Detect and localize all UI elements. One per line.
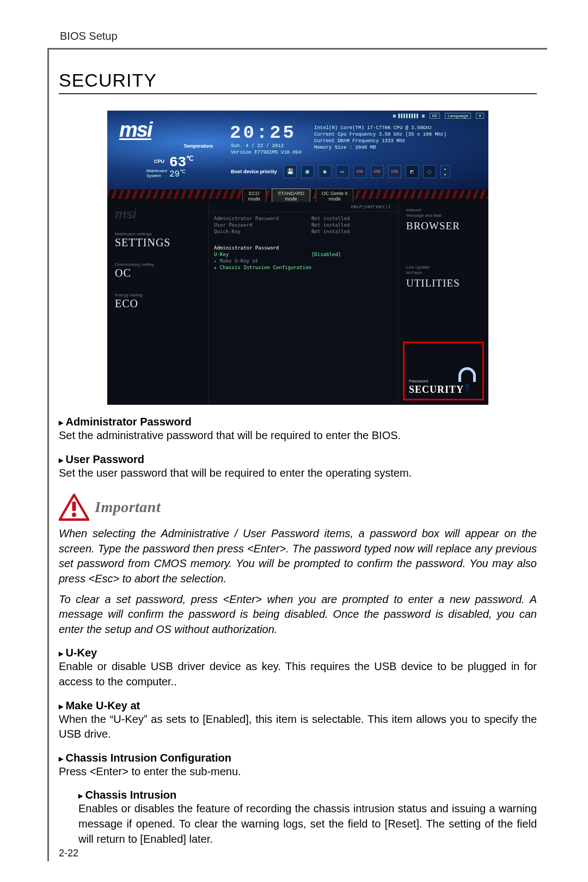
nav-oc-label: OC [115, 267, 200, 279]
item-text: Press <Enter> to enter the sub-menu. [59, 764, 537, 780]
nav-utilities[interactable]: UTILITIES [399, 276, 488, 295]
item-heading: Chassis Intrusion [78, 789, 537, 801]
boot-device-usb3-icon[interactable]: USB [388, 165, 401, 178]
item-heading: Administrator Password [59, 416, 537, 428]
nav-eco[interactable]: Energy saving ECO [107, 283, 208, 313]
item-heading: U-Key [59, 647, 537, 659]
cpu-label: CPU [154, 159, 164, 164]
boot-device-hdd-icon[interactable]: ▣ [301, 165, 314, 178]
status-row: User PasswordNot installed [214, 222, 393, 228]
boot-priority: Boot device priority 💾 ▣ ◉ ▭ USB USB USB… [231, 165, 450, 178]
bios-topbar: ▦ ▌▌▌▌▌▌▌▌ ▦ H2 Language X [393, 113, 484, 119]
item-user-password: User Password Set the user password that… [59, 453, 537, 481]
setting-chassis-intrusion[interactable]: Chassis Intrusion Configuration [214, 264, 393, 271]
bios-right-nav: InternetMessage and Mail BROWSER Live Up… [398, 202, 488, 405]
mode-switch: ECOmode STANDARDmode OC Genie IImode [107, 188, 488, 204]
help-button[interactable]: H2 [430, 113, 440, 119]
close-button[interactable]: X [476, 113, 484, 119]
boot-device-misc-icon[interactable]: ◩ [406, 165, 419, 178]
lock-icon [455, 367, 479, 394]
boot-device-net-icon[interactable]: ▭ [336, 165, 349, 178]
page-number: 2-22 [59, 848, 78, 859]
item-text: Set the administrative password that wil… [59, 428, 537, 443]
item-make-ukey: Make U-Key at When the “U-Key” as sets t… [59, 699, 537, 742]
important-callout: Important [59, 494, 537, 521]
nav-browser-sup: InternetMessage and Mail [399, 202, 488, 219]
boot-device-cd-icon[interactable]: ◉ [318, 165, 332, 178]
nav-settings-sup: Mainboard settings [115, 232, 200, 236]
svg-point-2 [72, 513, 76, 517]
nav-utilities-sup: Live UpdateM-Flash [399, 259, 488, 276]
standard-mode-button[interactable]: STANDARDmode [272, 188, 310, 204]
nav-eco-label: ECO [115, 297, 200, 310]
mainboard-label: MainboardSystem [146, 168, 167, 178]
boot-device-floppy-icon[interactable]: 💾 [284, 165, 297, 178]
nav-oc-sup: Overclocking setting [115, 262, 200, 267]
temperature-gauge: Temperature CPU MainboardSystem 63 29 [156, 144, 218, 177]
help-line[interactable]: HELP | HOT KEY | ⤴ [209, 202, 398, 212]
temperature-label: Temperature [183, 143, 213, 149]
boot-device-usb2-icon[interactable]: USB [371, 165, 384, 178]
item-heading: Chassis Intrusion Configuration [59, 752, 537, 764]
eco-mode-button[interactable]: ECOmode [242, 188, 267, 204]
section-title: SECURITY [59, 70, 537, 94]
item-text: When the “U-Key” as sets to [Enabled], t… [59, 712, 537, 742]
nav-settings-label: SETTINGS [115, 236, 200, 249]
boot-device-usb-icon[interactable]: USB [353, 165, 366, 178]
svg-rect-1 [72, 502, 76, 512]
bios-left-nav: msi Mainboard settings SETTINGS Overcloc… [107, 202, 209, 405]
msi-logo: msi [119, 118, 151, 142]
setting-admin-password[interactable]: Administrator Password [214, 245, 393, 251]
boot-device-blank-icon[interactable]: ▢ [423, 165, 436, 178]
mainboard-temp: 29 [169, 168, 186, 179]
running-header: BIOS Setup [60, 30, 118, 42]
nav-eco-sup: Energy saving [115, 293, 200, 297]
nav-browser[interactable]: BROWSER [399, 219, 488, 238]
setting-make-ukey[interactable]: Make U-Key at [214, 258, 393, 264]
security-tile-highlight[interactable]: Password SECURITY [403, 342, 484, 400]
status-row: Quick-KeyNot installed [214, 228, 393, 235]
item-chassis-intrusion: Chassis Intrusion Enables or disables th… [78, 789, 537, 847]
system-info: Intel(R) Core(TM) i7-C770K CPU @ 3.50GHz… [314, 125, 446, 151]
warning-icon [59, 494, 89, 521]
setting-ukey[interactable]: U-Key[Disabled] [214, 251, 393, 258]
item-text: Enable or disable USB driver device as k… [59, 659, 537, 689]
ocgenie-mode-button[interactable]: OC Genie IImode [316, 188, 354, 204]
status-list: Administrator PasswordNot installed User… [209, 212, 398, 238]
bios-version: Version E7798IMS V10.094 [231, 150, 302, 155]
status-row: Administrator PasswordNot installed [214, 215, 393, 222]
important-note-1: When selecting the Administrative / User… [59, 526, 537, 586]
bios-screenshot: ▦ ▌▌▌▌▌▌▌▌ ▦ H2 Language X msi 20:25 Sun… [107, 111, 488, 405]
important-note-2: To clear a set password, press <Enter> w… [59, 592, 537, 637]
item-ukey: U-Key Enable or disable USB driver devic… [59, 647, 537, 689]
item-admin-password: Administrator Password Set the administr… [59, 416, 537, 443]
language-button[interactable]: Language [445, 113, 471, 119]
nav-logo: msi [107, 202, 208, 222]
settings-list: Administrator Password U-Key[Disabled] M… [209, 241, 398, 274]
item-chassis-config: Chassis Intrusion Configuration Press <E… [59, 752, 537, 780]
item-heading: User Password [59, 453, 537, 466]
security-password-label: Password [409, 379, 428, 384]
item-text: Enables or disables the feature of recor… [78, 801, 537, 847]
bios-clock: 20:25 [230, 123, 296, 143]
item-heading: Make U-Key at [59, 699, 537, 712]
nav-settings[interactable]: Mainboard settings SETTINGS [107, 222, 208, 252]
important-label: Important [95, 498, 161, 516]
bios-date: Sun. 4 / 22 / 2012 [231, 143, 284, 149]
boot-priority-label: Boot device priority [231, 169, 277, 174]
nav-oc[interactable]: Overclocking setting OC [107, 252, 208, 283]
item-text: Set the user password that will be requi… [59, 466, 537, 481]
boot-reorder-icon[interactable]: ▴▾ [440, 165, 450, 178]
